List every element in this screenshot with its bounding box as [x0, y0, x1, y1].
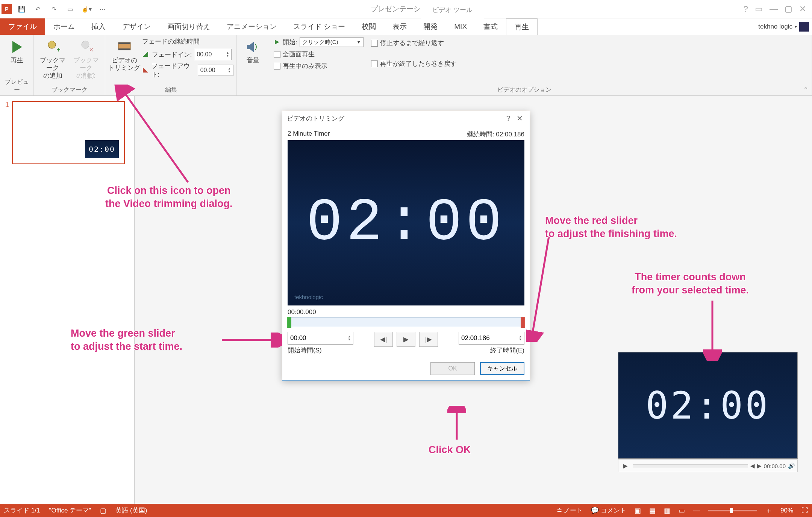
speaker-icon: [245, 39, 261, 54]
player-volume-icon[interactable]: 🔊: [788, 463, 795, 469]
sorter-view-icon[interactable]: ▦: [649, 506, 656, 515]
user-account[interactable]: tekhno logic ▾: [758, 18, 812, 35]
tab-animations[interactable]: アニメーション: [218, 18, 285, 35]
next-frame-button[interactable]: |▶: [419, 332, 438, 347]
tab-mix[interactable]: MIX: [446, 18, 475, 35]
zoom-slider[interactable]: [708, 510, 757, 511]
status-language[interactable]: 英語 (英国): [115, 506, 147, 515]
normal-view-icon[interactable]: ▣: [635, 506, 641, 515]
zoom-level[interactable]: 90%: [780, 507, 793, 514]
add-bookmark-button[interactable]: + ブックマーク の追加: [37, 36, 69, 80]
cancel-button[interactable]: キャンセル: [480, 362, 524, 375]
tab-design[interactable]: デザイン: [114, 18, 159, 35]
fullscreen-checkbox[interactable]: [274, 51, 280, 58]
fade-in-input[interactable]: 00.00▲▼: [194, 49, 232, 60]
zoom-out-icon[interactable]: —: [693, 506, 700, 514]
player-play-icon[interactable]: ▶: [621, 463, 630, 469]
play-icon: [9, 39, 24, 54]
qat-more-icon[interactable]: ⋯: [96, 3, 109, 16]
play-button[interactable]: 再生: [3, 36, 30, 64]
redo-icon[interactable]: ↷: [47, 3, 61, 16]
end-time-input[interactable]: 02:00.186▲▼: [459, 332, 524, 345]
group-video-options: ビデオのオプション: [240, 85, 809, 95]
slide-panel[interactable]: 1 02:00: [0, 96, 135, 504]
tab-transitions[interactable]: 画面切り替え: [159, 18, 218, 35]
fade-out-input[interactable]: 00.00▲▼: [198, 65, 233, 76]
svg-marker-10: [247, 42, 254, 52]
ribbon-options-icon[interactable]: ▭: [755, 4, 763, 14]
touch-icon[interactable]: ☝▾: [80, 3, 93, 16]
minimize-icon[interactable]: —: [770, 4, 778, 14]
tab-file[interactable]: ファイル: [0, 18, 45, 35]
tab-slideshow[interactable]: スライド ショー: [285, 18, 353, 35]
titlebar: P 💾 ↶ ↷ ▭ ☝▾ ⋯ プレゼンテーション1 - PowerPoint ?…: [0, 0, 812, 18]
canvas-video[interactable]: 02:00: [618, 352, 798, 459]
video-tools-context-tab: ビデオ ツール: [421, 0, 484, 18]
play-preview-button[interactable]: ▶: [397, 332, 415, 347]
trim-track[interactable]: [288, 317, 524, 327]
reading-view-icon[interactable]: ▥: [664, 506, 670, 515]
tab-view[interactable]: 表示: [384, 18, 415, 35]
start-time-label: 開始時間(S): [288, 346, 353, 355]
fit-window-icon[interactable]: ⛶: [801, 506, 808, 514]
annotation-red-slider: Move the red slider to adjust the finish…: [545, 214, 677, 240]
dialog-video-preview: 02:00 tekhnologic: [288, 140, 524, 305]
start-combo[interactable]: クリック時(C)▼: [300, 37, 364, 47]
prev-frame-button[interactable]: ◀|: [374, 332, 393, 347]
annotation-trim-icon: Click on this icon to open the Video tri…: [105, 184, 233, 210]
notes-button[interactable]: ≐ ノート: [557, 506, 583, 515]
tab-developer[interactable]: 開発: [415, 18, 446, 35]
remove-bookmark-button: × ブックマーク の削除: [70, 36, 102, 80]
tab-review[interactable]: 校閲: [353, 18, 384, 35]
group-bookmarks: ブックマーク: [37, 85, 102, 95]
tab-insert[interactable]: 挿入: [83, 18, 114, 35]
volume-button[interactable]: 音量: [240, 36, 266, 64]
tab-home[interactable]: ホーム: [45, 18, 83, 35]
svg-text:×: ×: [89, 45, 94, 54]
start-slider[interactable]: [287, 317, 291, 328]
help-icon[interactable]: ?: [744, 4, 748, 14]
trim-video-button[interactable]: ビデオの トリミング: [108, 36, 141, 72]
svg-point-3: [82, 41, 89, 48]
zoom-in-icon[interactable]: ＋: [765, 506, 772, 515]
fade-duration-label: フェードの継続時間: [142, 37, 233, 47]
undo-icon[interactable]: ↶: [31, 3, 44, 16]
thumb-video-preview: 02:00: [85, 140, 119, 158]
slideshow-icon[interactable]: ▭: [64, 3, 77, 16]
start-time-input[interactable]: 00:00▲▼: [288, 332, 353, 345]
player-prev-icon[interactable]: ◀: [750, 463, 755, 469]
svg-point-1: [48, 41, 56, 48]
tab-playback[interactable]: 再生: [506, 18, 538, 35]
bookmark-remove-icon: ×: [79, 39, 94, 54]
slideshow-view-icon[interactable]: ▭: [679, 506, 685, 515]
svg-marker-8: [143, 51, 148, 57]
dialog-video-name: 2 Minute Timer: [288, 130, 330, 139]
player-track[interactable]: [633, 464, 748, 467]
player-next-icon[interactable]: ▶: [757, 463, 762, 469]
fade-in-icon: [142, 51, 150, 58]
ok-button[interactable]: OK: [430, 362, 475, 375]
save-icon[interactable]: 💾: [15, 3, 28, 16]
fade-out-icon: [142, 67, 149, 74]
maximize-icon[interactable]: ▢: [785, 4, 792, 14]
annotation-timer-counts: The timer counts down from your selected…: [632, 271, 749, 297]
collapse-ribbon-icon[interactable]: ⌃: [803, 86, 808, 93]
ribbon: 再生 プレビュー + ブックマーク の追加 × ブックマーク の削除 ブックマー…: [0, 35, 812, 96]
status-theme: "Office テーマ": [49, 506, 91, 515]
spellcheck-icon[interactable]: ▢: [100, 506, 106, 515]
close-icon[interactable]: ✕: [799, 4, 806, 14]
loop-checkbox[interactable]: [371, 40, 378, 47]
slide-thumbnail[interactable]: 02:00: [12, 101, 125, 164]
dialog-help-icon[interactable]: ?: [503, 114, 514, 123]
rewind-checkbox[interactable]: [371, 60, 378, 67]
film-icon: [117, 39, 132, 54]
statusbar: スライド 1/1 "Office テーマ" ▢ 英語 (英国) ≐ ノート 💬 …: [0, 504, 812, 517]
dialog-close-icon[interactable]: ✕: [514, 114, 525, 123]
comments-button[interactable]: 💬 コメント: [591, 506, 626, 515]
dialog-current-time: 00:00.000: [288, 305, 524, 317]
slide-number: 1: [5, 101, 9, 164]
hide-checkbox[interactable]: [274, 63, 280, 70]
tab-format[interactable]: 書式: [475, 18, 506, 35]
annotation-green-slider: Move the green slider to adjust the star…: [71, 327, 182, 353]
end-slider[interactable]: [521, 317, 525, 328]
